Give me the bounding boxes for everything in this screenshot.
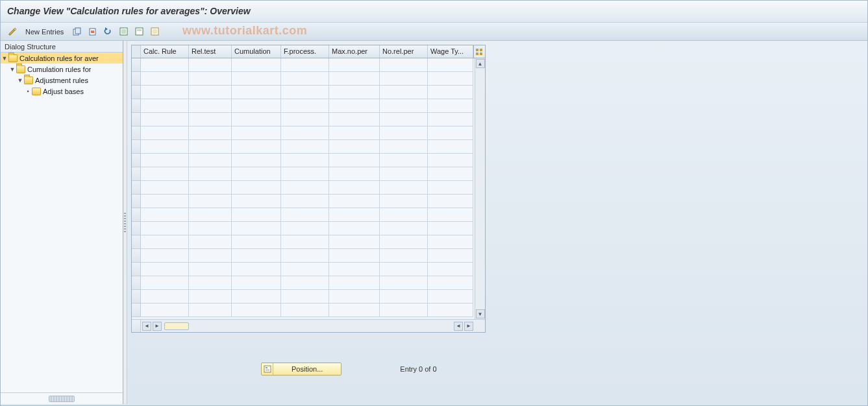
- table-cell[interactable]: [232, 72, 281, 86]
- table-cell[interactable]: [281, 86, 329, 99]
- table-cell[interactable]: [232, 140, 281, 154]
- table-cell[interactable]: [189, 154, 232, 167]
- row-selector[interactable]: [132, 195, 141, 208]
- table-cell[interactable]: [380, 99, 428, 113]
- table-cell[interactable]: [380, 235, 428, 249]
- table-cell[interactable]: [380, 195, 428, 208]
- row-selector[interactable]: [132, 235, 141, 249]
- table-cell[interactable]: [380, 167, 428, 181]
- table-cell[interactable]: [189, 222, 232, 235]
- table-cell[interactable]: [141, 99, 189, 113]
- table-config-icon[interactable]: [473, 45, 484, 58]
- tree-resize-handle[interactable]: [49, 396, 75, 402]
- table-cell[interactable]: [428, 72, 473, 86]
- table-cell[interactable]: [189, 208, 232, 222]
- row-selector[interactable]: [132, 249, 141, 263]
- table-cell[interactable]: [428, 304, 473, 317]
- row-selector[interactable]: [132, 72, 141, 86]
- row-selector[interactable]: [132, 290, 141, 304]
- table-cell[interactable]: [189, 263, 232, 276]
- table-cell[interactable]: [380, 249, 428, 263]
- table-cell[interactable]: [428, 263, 473, 276]
- new-entries-button[interactable]: New Entries: [21, 28, 68, 36]
- table-cell[interactable]: [232, 263, 281, 276]
- table-cell[interactable]: [428, 276, 473, 290]
- table-cell[interactable]: [141, 195, 189, 208]
- table-cell[interactable]: [380, 276, 428, 290]
- row-selector[interactable]: [132, 126, 141, 140]
- table-cell[interactable]: [189, 113, 232, 126]
- table-cell[interactable]: [281, 113, 329, 126]
- undo-change-icon[interactable]: [101, 25, 114, 38]
- row-selector[interactable]: [132, 99, 141, 113]
- table-cell[interactable]: [281, 167, 329, 181]
- hscroll-right2-icon[interactable]: ►: [464, 322, 473, 331]
- tree-item[interactable]: ▼Cumulation rules for: [1, 64, 123, 75]
- column-header-f-process[interactable]: F.process.: [281, 45, 329, 58]
- table-cell[interactable]: [189, 290, 232, 304]
- table-cell[interactable]: [141, 304, 189, 317]
- table-cell[interactable]: [428, 113, 473, 126]
- table-cell[interactable]: [329, 154, 380, 167]
- table-cell[interactable]: [281, 304, 329, 317]
- table-cell[interactable]: [428, 195, 473, 208]
- table-cell[interactable]: [141, 235, 189, 249]
- table-cell[interactable]: [380, 72, 428, 86]
- hscroll-thumb-left[interactable]: [164, 322, 189, 330]
- table-cell[interactable]: [380, 181, 428, 195]
- table-cell[interactable]: [329, 113, 380, 126]
- row-selector[interactable]: [132, 113, 141, 126]
- scroll-down-icon[interactable]: ▼: [476, 309, 485, 318]
- table-cell[interactable]: [428, 99, 473, 113]
- row-selector[interactable]: [132, 86, 141, 99]
- table-cell[interactable]: [281, 72, 329, 86]
- table-cell[interactable]: [141, 290, 189, 304]
- table-cell[interactable]: [380, 208, 428, 222]
- table-cell[interactable]: [329, 140, 380, 154]
- table-cell[interactable]: [189, 86, 232, 99]
- table-cell[interactable]: [329, 222, 380, 235]
- deselect-all-icon[interactable]: [148, 25, 161, 38]
- vertical-scrollbar[interactable]: ▲ ▼: [475, 58, 485, 319]
- table-cell[interactable]: [329, 249, 380, 263]
- table-cell[interactable]: [189, 249, 232, 263]
- table-cell[interactable]: [380, 154, 428, 167]
- table-cell[interactable]: [232, 99, 281, 113]
- scroll-up-icon[interactable]: ▲: [476, 59, 485, 68]
- column-header-no-rel-per[interactable]: No.rel.per: [380, 45, 428, 58]
- table-cell[interactable]: [380, 58, 428, 72]
- select-block-icon[interactable]: [132, 25, 145, 38]
- table-cell[interactable]: [189, 276, 232, 290]
- dialog-structure-tree[interactable]: ▼Calculation rules for aver▼Cumulation r…: [1, 53, 123, 392]
- row-selector[interactable]: [132, 263, 141, 276]
- table-cell[interactable]: [281, 154, 329, 167]
- table-cell[interactable]: [329, 195, 380, 208]
- table-cell[interactable]: [141, 208, 189, 222]
- table-cell[interactable]: [281, 249, 329, 263]
- table-cell[interactable]: [189, 58, 232, 72]
- table-cell[interactable]: [189, 167, 232, 181]
- table-cell[interactable]: [428, 181, 473, 195]
- table-cell[interactable]: [232, 208, 281, 222]
- table-cell[interactable]: [281, 208, 329, 222]
- table-cell[interactable]: [232, 249, 281, 263]
- table-cell[interactable]: [281, 222, 329, 235]
- table-cell[interactable]: [189, 72, 232, 86]
- table-cell[interactable]: [141, 154, 189, 167]
- table-cell[interactable]: [232, 58, 281, 72]
- table-cell[interactable]: [281, 140, 329, 154]
- table-cell[interactable]: [189, 99, 232, 113]
- toggle-change-icon[interactable]: [6, 25, 19, 38]
- table-cell[interactable]: [281, 263, 329, 276]
- table-cell[interactable]: [281, 126, 329, 140]
- table-cell[interactable]: [189, 235, 232, 249]
- table-cell[interactable]: [232, 126, 281, 140]
- table-cell[interactable]: [141, 113, 189, 126]
- table-cell[interactable]: [380, 126, 428, 140]
- table-cell[interactable]: [329, 290, 380, 304]
- table-cell[interactable]: [428, 126, 473, 140]
- column-header-wage-type[interactable]: Wage Ty...: [428, 45, 473, 58]
- table-cell[interactable]: [232, 86, 281, 99]
- table-cell[interactable]: [428, 140, 473, 154]
- table-cell[interactable]: [428, 208, 473, 222]
